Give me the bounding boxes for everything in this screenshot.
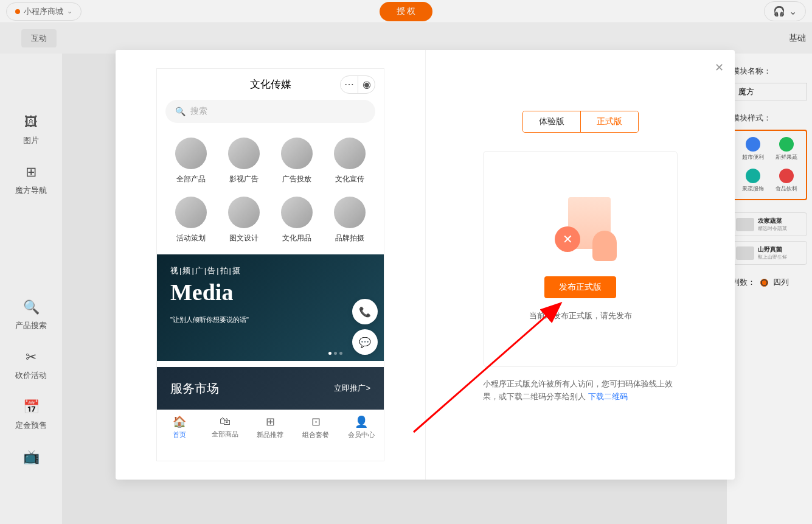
- category-icon: [228, 197, 260, 228]
- market-link: 立即推广>: [334, 383, 370, 394]
- publish-hint: 当前未发布正式版，请先发布: [529, 310, 632, 321]
- category-item[interactable]: 文化用品: [274, 197, 321, 243]
- category-icon: [228, 138, 260, 169]
- tab-label: 全部商品: [212, 430, 238, 439]
- tab-trial[interactable]: 体验版: [523, 111, 580, 132]
- banner-title: Media: [170, 279, 370, 306]
- dot: [328, 352, 331, 355]
- phone-preview-panel: 文化传媒 ⋯ ◉ 🔍 搜索 全部产品影视广告广告投放文化宣传活动策划图文设计文化…: [116, 50, 426, 480]
- category-label: 图文设计: [229, 233, 259, 243]
- category-grid: 全部产品影视广告广告投放文化宣传活动策划图文设计文化用品品牌拍摄: [157, 131, 384, 254]
- tabbar-item[interactable]: ⊞新品推荐: [248, 410, 293, 445]
- phone-icon: 📞: [359, 306, 371, 318]
- download-qr-link[interactable]: 下载二维码: [588, 392, 628, 401]
- carousel-dots: [328, 352, 342, 355]
- category-icon: [334, 138, 366, 169]
- phone-header: 文化传媒 ⋯ ◉: [157, 69, 384, 100]
- capsule-menu[interactable]: ⋯ ◉: [340, 75, 375, 94]
- category-item[interactable]: 影视广告: [221, 138, 268, 184]
- publish-description: 小程序正式版允许被所有人访问，您可扫码体验线上效果，或下载二维码分享给别人 下载…: [483, 378, 678, 403]
- tab-icon: ⊞: [266, 415, 275, 428]
- tab-production[interactable]: 正式版: [580, 111, 638, 132]
- search-placeholder: 搜索: [190, 106, 207, 117]
- category-item[interactable]: 图文设计: [221, 197, 268, 243]
- chat-icon: 💬: [359, 337, 371, 348]
- dot: [334, 352, 337, 355]
- target-icon[interactable]: ◉: [358, 76, 375, 93]
- phone-tabbar: 🏠首页🛍全部商品⊞新品推荐⊡组合套餐👤会员中心: [157, 410, 384, 445]
- category-item[interactable]: 全部产品: [168, 138, 215, 184]
- tab-label: 会员中心: [348, 430, 375, 439]
- tab-icon: ⊡: [311, 415, 321, 428]
- category-label: 文化宣传: [335, 174, 364, 184]
- dot: [339, 352, 342, 355]
- phone-float-button[interactable]: 📞: [352, 299, 378, 324]
- publish-box: ✕ 发布正式版 当前未发布正式版，请先发布: [483, 151, 678, 367]
- phone-frame: 文化传媒 ⋯ ◉ 🔍 搜索 全部产品影视广告广告投放文化宣传活动策划图文设计文化…: [156, 68, 384, 461]
- category-label: 文化用品: [282, 233, 311, 243]
- tab-icon: 🏠: [173, 415, 186, 428]
- category-label: 活动策划: [176, 233, 206, 243]
- tab-icon: 🛍: [220, 415, 231, 428]
- version-tabs: 体验版 正式版: [522, 111, 639, 133]
- banner-subtitle: 视|频|广|告|拍|摄: [170, 265, 370, 276]
- more-icon[interactable]: ⋯: [341, 76, 358, 93]
- tab-label: 组合套餐: [302, 430, 329, 439]
- category-icon: [175, 197, 207, 228]
- category-label: 广告投放: [282, 174, 311, 184]
- media-banner[interactable]: 视|频|广|告|拍|摄 Media "让别人倾听你想要说的话" 📞 💬: [157, 254, 384, 361]
- tab-label: 新品推荐: [257, 430, 283, 439]
- category-icon: [334, 197, 366, 228]
- modal-right-panel: 体验版 正式版 ✕ 发布正式版 当前未发布正式版，请先发布 小程序正式版允许被所…: [426, 50, 735, 480]
- phone-title: 文化传媒: [250, 77, 291, 91]
- category-icon: [281, 138, 313, 169]
- tabbar-item[interactable]: 🏠首页: [157, 410, 203, 445]
- modal: ✕ 文化传媒 ⋯ ◉ 🔍 搜索 全部产品影视广告广告投放文化宣传活动策划图文设计…: [116, 50, 735, 480]
- empty-illustration: ✕: [544, 197, 617, 264]
- category-item[interactable]: 文化宣传: [326, 138, 373, 184]
- category-item[interactable]: 广告投放: [274, 138, 321, 184]
- category-item[interactable]: 活动策划: [168, 197, 215, 243]
- search-icon: 🔍: [175, 107, 186, 116]
- category-icon: [281, 197, 313, 228]
- category-label: 品牌拍摄: [335, 233, 364, 243]
- modal-overlay: ✕ 文化传媒 ⋯ ◉ 🔍 搜索 全部产品影视广告广告投放文化宣传活动策划图文设计…: [0, 0, 812, 524]
- tab-icon: 👤: [355, 415, 368, 428]
- category-item[interactable]: 品牌拍摄: [326, 197, 373, 243]
- banner-quote: "让别人倾听你想要说的话": [170, 315, 370, 324]
- chat-float-button[interactable]: 💬: [352, 329, 378, 355]
- category-label: 全部产品: [176, 174, 206, 184]
- close-button[interactable]: ✕: [715, 61, 724, 74]
- tabbar-item[interactable]: 🛍全部商品: [203, 410, 248, 445]
- error-icon: ✕: [555, 226, 580, 252]
- tabbar-item[interactable]: 👤会员中心: [338, 410, 384, 445]
- market-title: 服务市场: [170, 380, 219, 397]
- phone-search[interactable]: 🔍 搜索: [165, 100, 375, 123]
- category-icon: [175, 138, 207, 169]
- category-label: 影视广告: [229, 174, 259, 184]
- tab-label: 首页: [173, 430, 186, 439]
- service-market-banner[interactable]: 服务市场 立即推广>: [157, 367, 384, 410]
- tabbar-item[interactable]: ⊡组合套餐: [293, 410, 339, 445]
- publish-button[interactable]: 发布正式版: [544, 276, 616, 298]
